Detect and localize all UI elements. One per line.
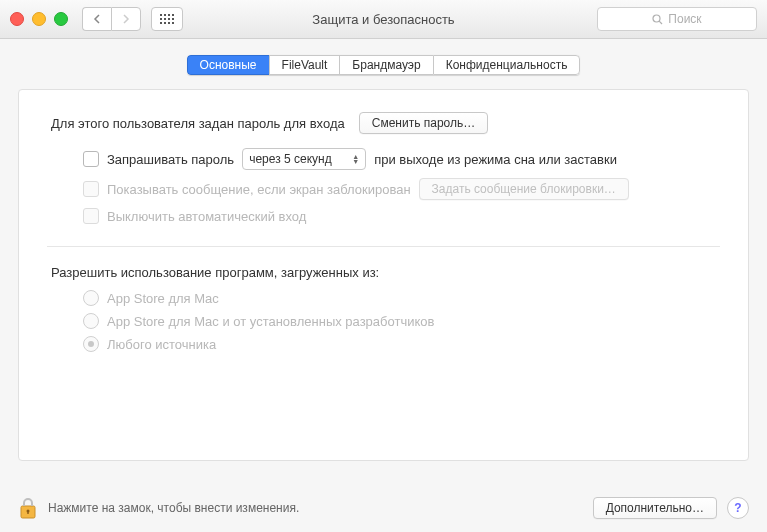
search-input[interactable]: Поиск xyxy=(597,7,757,31)
radio-icon xyxy=(83,336,99,352)
radio-appstore[interactable]: App Store для Mac xyxy=(83,290,720,306)
svg-rect-0 xyxy=(160,14,162,16)
svg-rect-10 xyxy=(168,22,170,24)
updown-icon: ▲▼ xyxy=(352,154,359,164)
svg-rect-8 xyxy=(160,22,162,24)
radio-appstore-label: App Store для Mac xyxy=(107,291,219,306)
divider xyxy=(47,246,720,247)
preferences-window: Защита и безопасность Поиск Основные Fil… xyxy=(0,0,767,532)
tab-filevault[interactable]: FileVault xyxy=(269,55,340,75)
back-button[interactable] xyxy=(82,7,111,31)
radio-icon xyxy=(83,313,99,329)
lock-hint: Нажмите на замок, чтобы внести изменения… xyxy=(48,501,299,515)
search-wrap: Поиск xyxy=(597,7,757,31)
require-password-label: Запрашивать пароль xyxy=(107,152,234,167)
show-message-label: Показывать сообщение, если экран заблоки… xyxy=(107,182,411,197)
svg-rect-11 xyxy=(172,22,174,24)
titlebar: Защита и безопасность Поиск xyxy=(0,0,767,39)
svg-rect-1 xyxy=(164,14,166,16)
search-icon xyxy=(652,14,663,25)
chevron-right-icon xyxy=(122,14,130,24)
svg-rect-2 xyxy=(168,14,170,16)
question-icon: ? xyxy=(734,501,741,515)
show-message-checkbox[interactable] xyxy=(83,181,99,197)
svg-rect-5 xyxy=(164,18,166,20)
password-set-label: Для этого пользователя задан пароль для … xyxy=(51,116,345,131)
footer: Нажмите на замок, чтобы внести изменения… xyxy=(0,484,767,532)
general-panel: Для этого пользователя задан пароль для … xyxy=(18,89,749,461)
minimize-window-icon[interactable] xyxy=(32,12,46,26)
help-button[interactable]: ? xyxy=(727,497,749,519)
svg-rect-7 xyxy=(172,18,174,20)
advanced-button[interactable]: Дополнительно… xyxy=(593,497,717,519)
require-password-suffix: при выходе из режима сна или заставки xyxy=(374,152,617,167)
close-window-icon[interactable] xyxy=(10,12,24,26)
radio-icon xyxy=(83,290,99,306)
require-password-checkbox[interactable] xyxy=(83,151,99,167)
svg-rect-4 xyxy=(160,18,162,20)
set-lock-message-button[interactable]: Задать сообщение блокировки… xyxy=(419,178,629,200)
radio-appstore-identified-label: App Store для Mac и от установленных раз… xyxy=(107,314,434,329)
zoom-window-icon[interactable] xyxy=(54,12,68,26)
forward-button[interactable] xyxy=(111,7,141,31)
tab-row: Основные FileVault Брандмауэр Конфиденци… xyxy=(187,55,581,75)
chevron-left-icon xyxy=(93,14,101,24)
show-all-button[interactable] xyxy=(151,7,183,31)
svg-line-13 xyxy=(660,21,663,24)
svg-rect-6 xyxy=(168,18,170,20)
disable-autologin-row: Выключить автоматический вход xyxy=(83,208,720,224)
tabs: Основные FileVault Брандмауэр Конфиденци… xyxy=(18,55,749,75)
tab-firewall[interactable]: Брандмауэр xyxy=(339,55,432,75)
disable-autologin-checkbox[interactable] xyxy=(83,208,99,224)
svg-point-12 xyxy=(653,15,660,22)
password-row: Для этого пользователя задан пароль для … xyxy=(51,112,720,134)
svg-rect-9 xyxy=(164,22,166,24)
svg-rect-16 xyxy=(27,511,28,514)
allow-apps-label: Разрешить использование программ, загруж… xyxy=(51,265,720,280)
tab-privacy[interactable]: Конфиденциальность xyxy=(433,55,581,75)
nav-segment xyxy=(82,7,141,31)
disable-autologin-label: Выключить автоматический вход xyxy=(107,209,306,224)
require-password-delay-select[interactable]: через 5 секунд ▲▼ xyxy=(242,148,366,170)
tab-general[interactable]: Основные xyxy=(187,55,269,75)
allow-apps-radios: App Store для Mac App Store для Mac и от… xyxy=(83,290,720,352)
change-password-button[interactable]: Сменить пароль… xyxy=(359,112,489,134)
grid-icon xyxy=(160,14,174,24)
password-options: Запрашивать пароль через 5 секунд ▲▼ при… xyxy=(83,148,720,224)
radio-anywhere[interactable]: Любого источника xyxy=(83,336,720,352)
search-placeholder: Поиск xyxy=(668,12,701,26)
lock-icon[interactable] xyxy=(18,496,38,520)
radio-appstore-identified[interactable]: App Store для Mac и от установленных раз… xyxy=(83,313,720,329)
window-controls xyxy=(10,12,68,26)
content: Основные FileVault Брандмауэр Конфиденци… xyxy=(0,39,767,461)
show-message-row: Показывать сообщение, если экран заблоки… xyxy=(83,178,720,200)
radio-anywhere-label: Любого источника xyxy=(107,337,216,352)
require-password-row: Запрашивать пароль через 5 секунд ▲▼ при… xyxy=(83,148,720,170)
svg-rect-3 xyxy=(172,14,174,16)
